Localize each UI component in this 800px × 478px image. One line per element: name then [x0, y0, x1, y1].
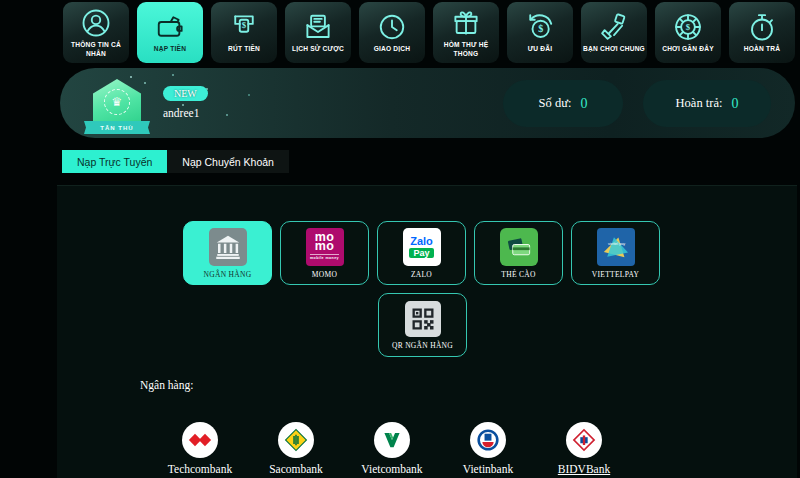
transactions-clock-icon [377, 11, 407, 43]
bidv-logo [566, 422, 602, 458]
crown-icon: ♛ [104, 89, 130, 115]
qr-code-icon [405, 301, 441, 337]
nav-item-label: RÚT TIỀN [226, 45, 262, 53]
nav-item-label: THÔNG TIN CÁ NHÂN [63, 41, 129, 57]
nav-item-label: HOÀN TRẢ [742, 45, 782, 53]
bank-item-bidvbank[interactable]: BIDVBank [536, 422, 632, 475]
bank-item-techcombank[interactable]: Techcombank [152, 422, 248, 475]
wallet-icon [155, 11, 185, 43]
new-badge: NEW [163, 86, 208, 101]
nav-item-uu-ai[interactable]: $ ƯU ĐÃI [507, 2, 573, 63]
bank-icon [209, 228, 247, 266]
stars-decoration [130, 76, 132, 78]
bank-name: Vietinbank [463, 463, 513, 475]
deposit-panel: NGÂN HÀNG momomobile money MOMO ZaloPay … [57, 185, 797, 478]
svg-text:$: $ [538, 24, 543, 35]
nav-item-hoan-tra[interactable]: HOÀN TRẢ [729, 2, 795, 63]
bank-item-sacombank[interactable]: Sacombank [248, 422, 344, 475]
refund-pill[interactable]: Hoàn trả: 0 [643, 80, 771, 127]
bank-item-vietcombank[interactable]: Vietcombank [344, 422, 440, 475]
payment-method-viettelpay[interactable]: viettel pay VIETTELPAY [571, 221, 660, 285]
nav-item-hom-thu-he-thong[interactable]: HÒM THƯ HỆ THỐNG [433, 2, 499, 63]
bank-name: Sacombank [269, 463, 323, 475]
svg-text:$: $ [686, 23, 691, 33]
deposit-tabs: Nạp Trực Tuyến Nạp Chuyển Khoản [62, 150, 289, 173]
username: andree1 [163, 107, 199, 119]
level-ribbon: TÂN THỦ [84, 121, 150, 134]
payment-method-zalo[interactable]: ZaloPay ZALO [377, 221, 466, 285]
nav-item-giao-dich[interactable]: GIAO DỊCH [359, 2, 425, 63]
nav-item-lich-su-cuoc[interactable]: LỊCH SỬ CƯỢC [285, 2, 351, 63]
payment-method-label: ZALO [411, 270, 432, 279]
balance-value: 0 [580, 96, 587, 112]
user-info-bar: ♛ TÂN THỦ NEW andree1 Số dư: 0 Hoàn trả:… [60, 68, 795, 138]
zalopay-icon: ZaloPay [403, 228, 441, 266]
bank-name: Vietcombank [361, 463, 422, 475]
bank-name: Techcombank [168, 463, 232, 475]
balance-label: Số dư: [539, 96, 572, 111]
withdraw-icon: $ [229, 11, 259, 43]
tab-online-deposit[interactable]: Nạp Trực Tuyến [62, 150, 167, 173]
payment-method-label: QR NGÂN HÀNG [392, 341, 453, 350]
tab-bank-transfer[interactable]: Nạp Chuyển Khoản [167, 150, 289, 173]
poker-chip-icon: $ [673, 11, 703, 43]
nav-item-rut-tien[interactable]: $ RÚT TIỀN [211, 2, 277, 63]
nav-item-label: ƯU ĐÃI [526, 45, 555, 53]
nav-item-label: HÒM THƯ HỆ THỐNG [433, 41, 499, 57]
payment-method-label: THẺ CÀO [501, 270, 535, 279]
friends-dice-icon [599, 11, 629, 43]
payment-method-label: MOMO [312, 270, 337, 279]
svg-text:viettel pay: viettel pay [608, 241, 625, 245]
payment-methods-row-2: QR NGÂN HÀNG [378, 293, 467, 357]
nav-item-label: LỊCH SỬ CƯỢC [290, 45, 346, 53]
nav-item-choi-gan-ay[interactable]: $ CHƠI GẦN ĐÂY [655, 2, 721, 63]
payment-methods-row-1: NGÂN HÀNG momomobile money MOMO ZaloPay … [183, 221, 660, 285]
deposit-page: { "colors": { "accent_mint": "#3af0d2", … [0, 0, 800, 478]
svg-text:$: $ [242, 20, 247, 30]
nav-item-thong-tin-ca-nhan[interactable]: THÔNG TIN CÁ NHÂN [63, 2, 129, 63]
vietinbank-logo [470, 422, 506, 458]
refund-label: Hoàn trả: [676, 96, 723, 111]
techcombank-logo [182, 422, 218, 458]
sacombank-logo [278, 422, 314, 458]
nav-item-label: GIAO DỊCH [372, 45, 413, 53]
nav-item-label: NẠP TIỀN [152, 45, 188, 53]
top-nav: THÔNG TIN CÁ NHÂN NẠP TIỀN $ RÚT TIỀN LỊ… [63, 2, 795, 63]
gift-icon [451, 7, 481, 39]
bank-item-vietinbank[interactable]: Vietinbank [440, 422, 536, 475]
momo-icon: momomobile money [306, 228, 344, 266]
bank-section-label: Ngân hàng: [140, 379, 193, 391]
nav-item-ban-choi-chung[interactable]: BẠN CHƠI CHUNG [581, 2, 647, 63]
nav-item-label: BẠN CHƠI CHUNG [581, 45, 647, 53]
viettelpay-icon: viettel pay [597, 228, 635, 266]
balance-pill[interactable]: Số dư: 0 [503, 80, 623, 127]
payment-method-ngan-hang[interactable]: NGÂN HÀNG [183, 221, 272, 285]
nav-item-label: CHƠI GẦN ĐÂY [660, 45, 716, 53]
payment-method-momo[interactable]: momomobile money MOMO [280, 221, 369, 285]
banks-row: Techcombank Sacombank Vietcombank Vietin… [152, 422, 632, 475]
bank-name: BIDVBank [558, 463, 610, 475]
refund-value: 0 [731, 96, 738, 112]
vietcombank-logo [374, 422, 410, 458]
bet-history-icon [303, 11, 333, 43]
promo-coin-icon: $ [525, 11, 555, 43]
nav-item-nap-tien[interactable]: NẠP TIỀN [137, 2, 203, 63]
scratch-card-icon [500, 228, 538, 266]
payment-method-label: VIETTELPAY [592, 270, 639, 279]
payment-method-label: NGÂN HÀNG [204, 270, 252, 279]
stopwatch-icon [747, 11, 777, 43]
person-icon [81, 7, 111, 39]
payment-method-qr-ngan-hang[interactable]: QR NGÂN HÀNG [378, 293, 467, 357]
level-badge: ♛ [93, 79, 141, 124]
payment-method-the-cao[interactable]: THẺ CÀO [474, 221, 563, 285]
